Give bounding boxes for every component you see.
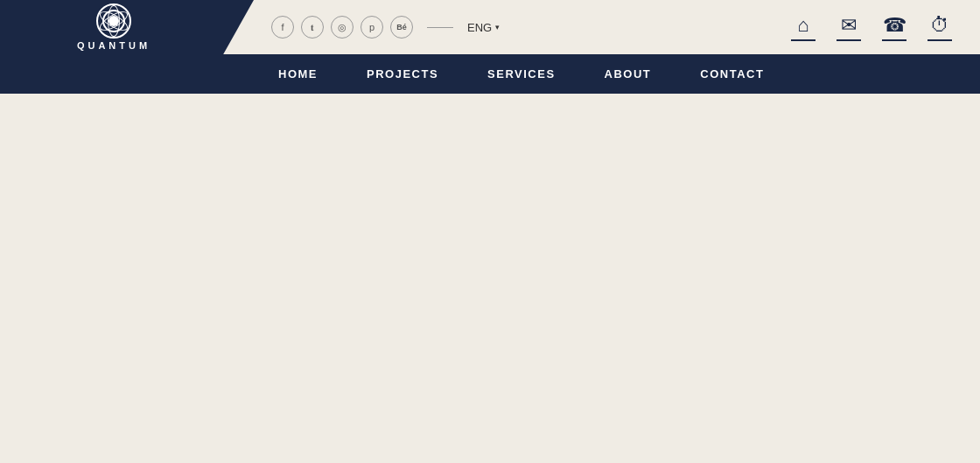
nav-services[interactable]: SERVICES xyxy=(463,54,580,94)
nav-home[interactable]: HOME xyxy=(254,54,342,94)
mail-icon-btn[interactable]: ✉ xyxy=(826,0,872,54)
language-selector[interactable]: ENG ▾ xyxy=(467,21,500,34)
facebook-link[interactable]: f xyxy=(271,16,294,39)
phone-icon-underline xyxy=(882,39,906,41)
mail-icon-underline xyxy=(836,39,861,41)
instagram-link[interactable]: ◎ xyxy=(331,16,354,39)
dropdown-arrow: ▾ xyxy=(495,23,500,32)
pinterest-link[interactable]: p xyxy=(360,16,383,39)
navigation: HOME PROJECTS SERVICES ABOUT CONTACT xyxy=(0,54,980,94)
divider xyxy=(427,27,453,28)
nav-projects[interactable]: PROJECTS xyxy=(342,54,463,94)
logo-icon xyxy=(96,4,131,39)
logo-section: QUANTUM xyxy=(0,0,254,54)
clock-icon-btn[interactable]: ⏱ xyxy=(917,0,962,54)
phone-icon: ☎ xyxy=(883,14,906,37)
nav-about[interactable]: ABOUT xyxy=(580,54,676,94)
phone-icon-btn[interactable]: ☎ xyxy=(872,0,917,54)
home-icon: ⌂ xyxy=(797,14,808,37)
home-icon-btn[interactable]: ⌂ xyxy=(780,0,826,54)
home-icon-underline xyxy=(791,39,816,41)
mail-icon: ✉ xyxy=(841,14,857,37)
nav-contact[interactable]: CONTACT xyxy=(676,54,788,94)
clock-icon-underline xyxy=(928,39,952,41)
brand-name: QUANTUM xyxy=(77,40,150,51)
top-bar: QUANTUM f 𝐭 ◎ p Bé ENG ▾ ⌂ ✉ ☎ ⏱ xyxy=(0,0,980,54)
clock-icon: ⏱ xyxy=(930,14,949,37)
twitter-link[interactable]: 𝐭 xyxy=(301,16,324,39)
social-links: f 𝐭 ◎ p Bé ENG ▾ xyxy=(271,16,500,39)
language-label: ENG xyxy=(467,21,492,34)
nav-links: HOME PROJECTS SERVICES ABOUT CONTACT xyxy=(254,54,788,94)
header-icons: ⌂ ✉ ☎ ⏱ xyxy=(780,0,962,54)
behance-link[interactable]: Bé xyxy=(390,16,413,39)
